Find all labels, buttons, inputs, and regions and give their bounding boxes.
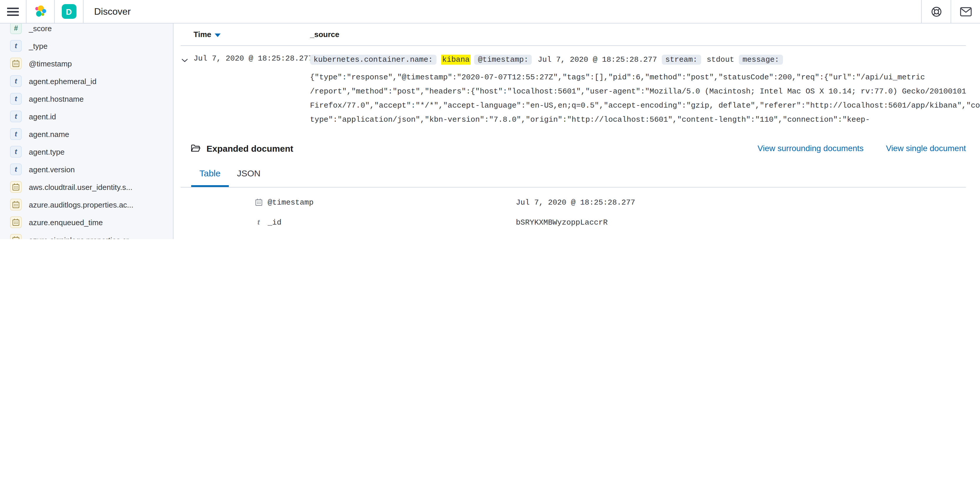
string-field-icon: t [254,218,263,226]
date-field-icon [10,234,22,239]
elastic-logo[interactable] [27,0,54,23]
document-field-table: @timestampJul 7, 2020 @ 18:25:28.277t_id… [181,192,966,239]
sidebar-field-label: azure.enqueued_time [29,218,103,227]
envelope-icon [960,7,972,16]
sidebar-field-item[interactable]: #_score [0,24,173,37]
sidebar-field-label: @timestamp [29,59,72,68]
sidebar-field-label: azure.signinlogs.properties.cr... [29,235,135,239]
string-field-icon: t [10,164,22,175]
doc-field: @timestamp [254,198,516,206]
page-body: #_scoret_type@timestamptagent.ephemeral_… [0,24,980,239]
results-table-header: Time _source [181,24,966,46]
time-column-label: Time [194,30,211,39]
row-time: Jul 7, 2020 @ 18:25:28.277 [194,54,310,127]
fields-sidebar: #_scoret_type@timestamptagent.ephemeral_… [0,24,173,239]
highlighted-source-value: kibana [441,55,471,65]
discover-app-badge: D [62,4,76,19]
sidebar-field-item[interactable]: azure.signinlogs.properties.cr... [0,231,173,239]
time-column-header[interactable]: Time [194,30,310,39]
message-json-line: Firefox/77.0","accept":"*/*","accept-lan… [310,99,966,113]
sidebar-field-label: agent.type [29,147,64,156]
main-content: Time _source Jul 7, 2020 @ 18:25:28.277 … [173,24,980,239]
source-value: Jul 7, 2020 @ 18:25:28.277 [536,55,658,65]
document-tabs: Table JSON [181,165,966,187]
table-row: @timestampJul 7, 2020 @ 18:25:28.277 [181,192,966,212]
sidebar-field-label: azure.auditlogs.properties.ac... [29,200,134,209]
source-field-pair: kubernetes.container.name: kibana [310,55,471,64]
sidebar-field-label: aws.cloudtrail.user_identity.s... [29,183,132,191]
tab-table[interactable]: Table [191,165,229,187]
source-field-pair: @timestamp: Jul 7, 2020 @ 18:25:28.277 [474,55,658,64]
table-row: t_indexfilebeat-7.8.0-2020.07.07-000001 [181,232,966,239]
doc-field-value: filebeat-7.8.0-2020.07.07-000001 [516,238,663,239]
field-list: #_scoret_type@timestamptagent.ephemeral_… [0,24,173,239]
string-field-icon: t [254,238,263,239]
doc-field: t_id [254,218,516,227]
source-field-badge: message: [739,55,783,65]
sidebar-field-item[interactable]: tagent.version [0,160,173,178]
source-column-header: _source [310,30,339,39]
sidebar-field-item[interactable]: azure.auditlogs.properties.ac... [0,196,173,213]
source-summary: kubernetes.container.name: kibana@timest… [310,54,966,66]
page-title: Discover [84,0,130,23]
view-single-document-link[interactable]: View single document [886,143,966,153]
table-row: t_idbSRYKXMBWyzoppLaccrR [181,212,966,232]
doc-field-name: @timestamp [268,198,313,206]
sidebar-field-item[interactable]: @timestamp [0,55,173,72]
date-field-icon [254,198,263,206]
hamburger-icon [7,7,19,16]
app-icon-cell: D [55,0,83,23]
message-json-line: type":"application/json","kbn-version":"… [310,113,966,127]
view-surrounding-documents-link[interactable]: View surrounding documents [758,143,864,153]
help-lifebuoy-icon [930,6,942,17]
newsfeed-button[interactable] [951,0,980,23]
string-field-icon: t [10,40,22,52]
header-spacer [130,0,921,23]
tab-json[interactable]: JSON [229,165,269,187]
chevron-down-icon [181,56,189,65]
sidebar-field-label: agent.hostname [29,94,84,103]
date-field-icon [10,199,22,211]
sidebar-field-label: agent.name [29,130,69,138]
kibana-discover-app: D Discover #_scoret_type@timestamptagent… [0,0,980,239]
sidebar-field-label: _type [29,41,48,50]
sidebar-field-item[interactable]: tagent.ephemeral_id [0,72,173,90]
message-json-line: /report","method":"post","headers":{"hos… [310,85,966,99]
row-source: kubernetes.container.name: kibana@timest… [310,54,966,127]
sidebar-field-item[interactable]: aws.cloudtrail.user_identity.s... [0,178,173,196]
string-field-icon: t [10,146,22,157]
result-row: Jul 7, 2020 @ 18:25:28.277 kubernetes.co… [181,46,966,127]
doc-field-value: bSRYKXMBWyzoppLaccrR [516,218,608,227]
sidebar-field-item[interactable]: t_type [0,37,173,55]
source-field-pair: message: [739,55,783,64]
source-field-badge: @timestamp: [474,55,532,65]
help-button[interactable] [922,0,951,23]
sidebar-field-item[interactable]: tagent.id [0,108,173,125]
doc-field: t_index [254,238,516,239]
number-field-icon: # [10,24,22,34]
sidebar-field-item[interactable]: tagent.name [0,125,173,143]
sidebar-field-label: agent.id [29,112,56,121]
sidebar-field-label: agent.ephemeral_id [29,77,97,86]
source-field-badge: stream: [662,55,701,65]
date-field-icon [10,58,22,69]
string-field-icon: t [10,111,22,122]
sidebar-field-item[interactable]: tagent.type [0,143,173,160]
source-field-badge: kubernetes.container.name: [310,55,436,65]
message-json-line: {"type":"response","@timestamp":"2020-07… [310,71,966,85]
string-field-icon: t [10,128,22,140]
date-field-icon [10,216,22,228]
sidebar-field-item[interactable]: tagent.hostname [0,90,173,108]
sidebar-field-item[interactable]: azure.enqueued_time [0,213,173,231]
source-field-pair: stream: stdout [662,55,735,64]
expanded-document-header: Expanded document View surrounding docum… [181,140,966,156]
menu-button[interactable] [0,0,26,23]
sidebar-field-label: _score [29,24,52,33]
doc-field-name: _index [268,238,295,239]
expanded-document-title: Expanded document [207,143,293,153]
collapse-row-button[interactable] [181,54,194,127]
string-field-icon: t [10,75,22,87]
folder-open-icon [191,143,200,153]
sidebar-field-label: agent.version [29,165,75,174]
sort-desc-icon [215,33,221,37]
